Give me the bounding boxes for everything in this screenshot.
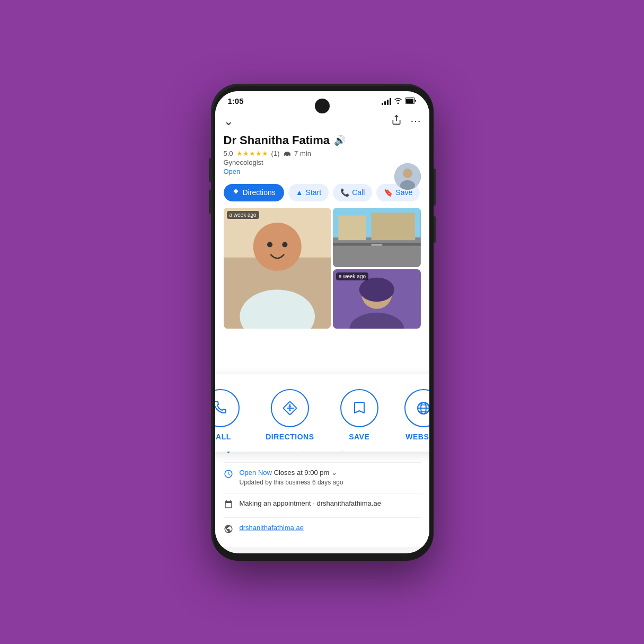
- photo-timestamp-1: a week ago: [227, 211, 259, 219]
- hours-row: Open Now Closes at 9:00 pm ⌄ Updated by …: [224, 463, 421, 493]
- appointment-row: Making an appointment · drshanithafathim…: [224, 493, 421, 518]
- svg-rect-19: [371, 244, 382, 245]
- phone-frame: 1:05: [211, 84, 434, 561]
- wifi-icon: [394, 97, 402, 105]
- overlay-directions-item[interactable]: DIRECTIONS: [266, 389, 314, 441]
- drive-time: 7 min: [283, 149, 311, 157]
- status-icons: [382, 96, 417, 106]
- clock-icon: [224, 469, 233, 481]
- call-circle: [215, 389, 240, 427]
- volume-up-button: [209, 158, 211, 182]
- photo-right: a week ago: [333, 208, 421, 329]
- svg-point-6: [285, 155, 286, 156]
- rating-row: 5.0 ★★★★★ (1) 7 min: [224, 149, 421, 157]
- back-button[interactable]: ⌄: [224, 114, 233, 128]
- save-label: SAVE: [349, 433, 369, 441]
- call-label: CALL: [215, 433, 231, 441]
- place-title-row: Dr Shanitha Fatima 🔊: [224, 134, 421, 147]
- svg-point-3: [403, 169, 412, 178]
- open-now-text: Open Now: [240, 469, 272, 477]
- doctor-avatar: [394, 163, 421, 190]
- content-area: ⌄ ⋯ Dr Shanitha Fatima 🔊: [215, 109, 429, 547]
- photos-grid: a week ago: [215, 206, 429, 333]
- closes-text: Closes at 9:00 pm: [274, 469, 330, 477]
- save-circle: [340, 389, 378, 427]
- appointment-text: Making an appointment · drshanithafathim…: [240, 499, 381, 507]
- svg-rect-15: [333, 237, 421, 267]
- call-label: Call: [352, 188, 365, 197]
- svg-rect-1: [406, 99, 413, 103]
- nav-actions: ⋯: [391, 114, 421, 128]
- audio-icon[interactable]: 🔊: [334, 135, 346, 146]
- svg-rect-17: [371, 213, 415, 240]
- call-icon: 📞: [340, 188, 349, 197]
- calendar-icon: [224, 500, 233, 512]
- camera-notch: [315, 99, 330, 113]
- svg-point-7: [288, 155, 289, 156]
- phone-screen: 1:05: [215, 91, 429, 553]
- svg-point-10: [253, 222, 301, 270]
- photo-left[interactable]: a week ago: [224, 208, 331, 329]
- status-time: 1:05: [228, 96, 244, 105]
- more-options-icon[interactable]: ⋯: [410, 114, 421, 128]
- overlay-call-item[interactable]: CALL: [215, 389, 240, 441]
- website-label: WEBSITE: [405, 433, 429, 441]
- open-status: Open: [224, 167, 421, 175]
- updated-text: Updated by this business 6 days ago: [240, 479, 343, 486]
- directions-label: DIRECTIONS: [266, 433, 314, 441]
- website-row: drshanithafathima.ae: [224, 518, 421, 542]
- bookmark-icon: 🔖: [384, 188, 393, 197]
- place-category: Gynecologist: [224, 158, 421, 166]
- power-button: [434, 169, 436, 206]
- phone-device: 1:05: [211, 84, 434, 561]
- signal-icon: [382, 98, 391, 105]
- review-count: (1): [271, 149, 280, 157]
- action-bar-overlay: CALL DIRECTIONS: [215, 374, 429, 452]
- share-icon[interactable]: [391, 114, 402, 128]
- web-icon: [224, 524, 233, 536]
- website-circle: [404, 389, 429, 427]
- start-label: Start: [306, 188, 322, 197]
- photo-timestamp-2: a week ago: [336, 272, 368, 280]
- svg-point-12: [267, 242, 272, 247]
- photo-street[interactable]: [333, 208, 421, 267]
- battery-icon: [405, 96, 417, 106]
- call-button[interactable]: 📞 Call: [333, 184, 372, 201]
- power-button-2: [434, 216, 436, 243]
- svg-rect-16: [338, 215, 366, 240]
- start-button[interactable]: ▲ Start: [288, 184, 329, 201]
- overlay-website-item[interactable]: WEBSITE: [404, 389, 429, 441]
- directions-icon: [232, 188, 240, 197]
- volume-down-button: [209, 190, 211, 214]
- place-header: Dr Shanitha Fatima 🔊 5.0 ★★★★★: [215, 131, 429, 180]
- svg-point-13: [282, 242, 287, 247]
- place-title: Dr Shanitha Fatima: [224, 134, 330, 147]
- photo-doctor[interactable]: a week ago: [333, 269, 421, 329]
- overlay-save-item[interactable]: SAVE: [340, 389, 378, 441]
- star-rating: ★★★★★: [236, 149, 268, 157]
- directions-button[interactable]: Directions: [224, 184, 284, 201]
- rating-number: 5.0: [224, 149, 233, 157]
- directions-circle: [271, 389, 309, 427]
- start-icon: ▲: [296, 188, 303, 197]
- website-text[interactable]: drshanithafathima.ae: [240, 524, 304, 532]
- svg-point-22: [359, 277, 394, 302]
- svg-rect-5: [285, 153, 291, 156]
- directions-label: Directions: [243, 188, 276, 197]
